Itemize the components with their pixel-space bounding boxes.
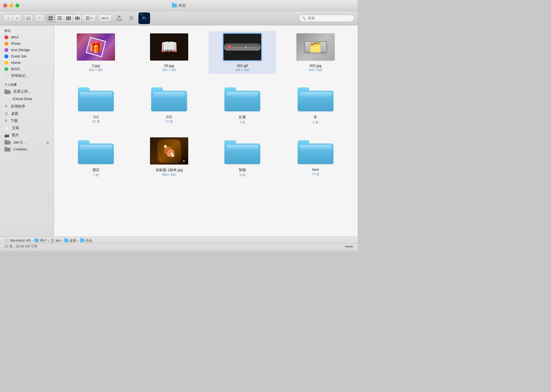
link-button[interactable]: ⌘ <box>126 13 136 23</box>
breadcrumb-area: 💿 Macintosh HD ▸ 用户 ▸ 🏠 jan ▸ 桌面 ▸ 作品 <box>0 238 358 243</box>
file-item-002jpg[interactable]: 002.jpg 800 × 600 <box>282 31 349 74</box>
sidebar-item-pictures[interactable]: 📷 图片 <box>0 132 54 139</box>
thumb-0jpg: 🎁 <box>77 33 115 61</box>
sidebar-item-all-tags[interactable]: 所有标记... <box>0 72 54 79</box>
file-item-0jpg[interactable]: 🎁 0.jpg 800 × 600 <box>62 31 130 74</box>
svg-rect-3 <box>51 19 53 20</box>
bc-zuopin-folder-icon <box>80 239 85 242</box>
sidebar: 标记 MIUI Photo Icon Design Good Job Home … <box>0 25 54 237</box>
arrange-button[interactable] <box>82 14 96 22</box>
scrollbar[interactable] <box>320 246 353 247</box>
traffic-lights <box>3 4 19 7</box>
file-item-jiudian[interactable]: 酒店 2 项 <box>62 135 130 179</box>
photoshop-button[interactable]: PSD Ps <box>138 12 150 24</box>
breadcrumb-desktop[interactable]: 桌面 <box>64 238 76 243</box>
bc-sep-1: ▸ <box>32 239 33 242</box>
svg-rect-7 <box>66 16 67 20</box>
thumb-zhineng <box>223 137 262 165</box>
sidebar-item-icloud[interactable]: ☁️ iCloud Drive <box>0 95 54 103</box>
sidebar-item-miui[interactable]: MIUI <box>0 34 54 40</box>
breadcrumb-jan[interactable]: 🏠 jan <box>51 239 60 242</box>
sidebar-item-creative[interactable]: Creative... <box>0 146 54 153</box>
sidebar-item-apps[interactable]: ✦ 应用程序 <box>0 103 54 110</box>
bc-users-label: 用户 <box>40 238 47 243</box>
minimize-button[interactable] <box>9 4 13 7</box>
statusbar-bottom: 12 项，16.99 GB 可用 <box>0 243 358 250</box>
home-bc-icon: 🏠 <box>51 239 55 242</box>
sidebar-item-downloads[interactable]: ⬇ 下载 <box>0 117 54 124</box>
file-item-untitled[interactable]: 🍖 ▶ 未标题-1副本.jpg 800 × 600 <box>135 135 203 179</box>
search-input[interactable] <box>308 16 351 20</box>
file-item-111[interactable]: 111 10 项 <box>62 82 130 127</box>
help-button[interactable]: ? <box>35 14 44 22</box>
sidebar-item-jan[interactable]: Jan S… ⏏ <box>0 139 54 146</box>
items-info: 12 项，16.99 GB 可用 <box>4 244 37 249</box>
file-meta-zhineng: 9 项 <box>240 173 245 177</box>
folder-3d-bisai <box>224 85 260 111</box>
file-item-222[interactable]: 222 14 项 <box>135 82 203 127</box>
photo-label: Photo <box>11 41 20 46</box>
thumb-che <box>296 84 335 112</box>
file-item-001gif[interactable]: ——— ●——— 001.gif 400 × 300 <box>209 31 276 74</box>
desktop-label: 桌面 <box>11 111 18 116</box>
file-item-bisai[interactable]: 比赛 4 项 <box>209 82 276 127</box>
file-meta-222: 14 项 <box>166 119 173 124</box>
back-button[interactable]: ‹ <box>5 15 12 22</box>
file-item-che[interactable]: 车 2 项 <box>282 82 349 127</box>
baidu-label: 百度云同… <box>13 89 31 94</box>
home-dot <box>4 61 8 65</box>
maximize-button[interactable] <box>15 4 19 7</box>
breadcrumb-zuopin[interactable]: 作品 <box>80 238 92 243</box>
file-meta-111: 10 项 <box>92 119 99 124</box>
baidu-folder-icon <box>4 89 11 94</box>
file-meta-bisai: 4 项 <box>240 120 245 124</box>
sidebar-item-documents[interactable]: 📄 文稿 <box>0 124 54 132</box>
sidebar-item-desktop[interactable]: 🖥 桌面 <box>0 110 54 117</box>
sidebar-item-baidu[interactable]: 百度云同… <box>0 88 54 95</box>
column-view-button[interactable] <box>64 14 73 22</box>
folder-3d-222 <box>151 85 187 111</box>
icon-view-button[interactable] <box>46 14 55 22</box>
forward-button[interactable]: › <box>13 15 20 22</box>
search-box[interactable]: 🔍 <box>299 15 354 22</box>
file-name-jiudian: 酒店 <box>92 168 99 173</box>
downloads-icon: ⬇ <box>4 119 8 123</box>
jan-eject-icon[interactable]: ⏏ <box>46 140 49 144</box>
svg-rect-2 <box>49 19 50 20</box>
list-view-button[interactable] <box>55 14 64 22</box>
sidebar-item-icon-design[interactable]: Icon Design <box>0 47 54 53</box>
finder-button[interactable]: 🗂 <box>24 14 33 22</box>
favorites-section-header: 个人收藏 <box>0 79 54 88</box>
pictures-label: 图片 <box>12 133 19 138</box>
sidebar-item-good-job[interactable]: Good Job <box>0 53 54 59</box>
file-item-00jpg[interactable]: 📖 00.jpg 800 × 600 <box>135 31 203 74</box>
action-button[interactable] <box>98 14 112 22</box>
share-button[interactable] <box>114 13 124 23</box>
breadcrumb-macintosh[interactable]: 💿 Macintosh HD <box>4 239 31 243</box>
thumb-untitled: 🍖 ▶ <box>150 137 188 165</box>
svg-point-17 <box>102 18 103 19</box>
file-meta-001gif: 400 × 300 <box>235 68 249 72</box>
window-title: 作品 <box>172 3 186 8</box>
sidebar-item-photo[interactable]: Photo <box>0 40 54 47</box>
close-button[interactable] <box>3 4 7 7</box>
psd-label: PSD <box>139 13 143 15</box>
sidebar-item-bigd[interactable]: BIGD <box>0 66 54 72</box>
file-meta-che: 2 项 <box>313 120 318 124</box>
breadcrumb-users[interactable]: 用户 <box>35 238 47 243</box>
thumb-bisai <box>223 84 262 112</box>
svg-rect-9 <box>70 16 71 20</box>
file-item-html[interactable]: html 77 项 <box>282 135 349 179</box>
coverflow-view-button[interactable] <box>73 14 82 22</box>
window-title-text: 作品 <box>179 3 186 8</box>
svg-marker-20 <box>106 18 108 19</box>
sidebar-item-home[interactable]: Home <box>0 59 54 66</box>
documents-icon: 📄 <box>4 126 9 130</box>
all-tags-label: 所有标记... <box>11 73 28 78</box>
file-name-00jpg: 00.jpg <box>164 64 174 68</box>
desktop-icon: 🖥 <box>4 111 8 116</box>
miui-label: MIUI <box>11 35 19 39</box>
thumb-00jpg: 📖 <box>150 33 188 61</box>
file-item-zhineng[interactable]: 智能 9 项 <box>209 135 276 179</box>
svg-rect-0 <box>49 16 50 18</box>
